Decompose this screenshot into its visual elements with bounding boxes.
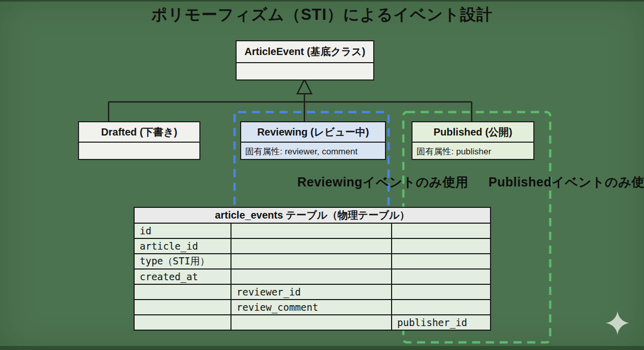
- class-attributes-drafted: [79, 143, 199, 146]
- slide-background: ポリモーフィズム（STI）によるイベント設計 ArticleEvent (基底ク…: [0, 0, 644, 350]
- top-edge-shade: [0, 0, 644, 2]
- class-title-drafted: Drafted (下書き): [79, 122, 199, 143]
- table-cell-reviewing: reviewer_id: [231, 284, 392, 300]
- reviewing-usage-label: Reviewingイベントのみ使用: [297, 174, 469, 191]
- class-box-drafted: Drafted (下書き): [78, 121, 200, 160]
- class-box-articleevent: ArticleEvent (基底クラス): [236, 40, 374, 80]
- class-title-reviewing: Reviewing (レビュー中): [241, 122, 385, 143]
- table-cell-published: [392, 254, 491, 269]
- table-cell-common: created_at: [134, 269, 231, 284]
- table-cell-published: publisher_id: [392, 315, 491, 330]
- published-usage-label: Publishedイベントのみ使用: [488, 174, 644, 191]
- table-row: id: [134, 223, 491, 238]
- class-box-published: Published (公開) 固有属性: publisher: [411, 121, 534, 160]
- class-attributes-published: 固有属性: publisher: [413, 143, 533, 157]
- table-cell-reviewing: [231, 269, 392, 284]
- table-cell-reviewing: [231, 223, 392, 238]
- table-cell-published: [392, 223, 491, 238]
- inheritance-triangle-icon: [297, 79, 312, 94]
- table-cell-common: [134, 284, 231, 300]
- table-row: article_id: [134, 238, 491, 254]
- table-cell-common: [134, 300, 231, 315]
- table-row: created_at: [134, 269, 491, 284]
- table-cell-published: [392, 269, 491, 284]
- table-row: type（STI用）: [134, 254, 491, 269]
- table-cell-reviewing: [231, 315, 392, 330]
- table-cell-reviewing: review_comment: [231, 300, 392, 315]
- table-row: review_comment: [134, 300, 491, 315]
- article-events-table: article_events テーブル（物理テーブル） id article_i…: [134, 207, 491, 331]
- bottom-edge-shade: [0, 346, 644, 350]
- table-cell-reviewing: [231, 254, 392, 269]
- table-cell-common: type（STI用）: [134, 254, 231, 269]
- table-cell-published: [392, 238, 491, 254]
- table-cell-common: id: [134, 223, 231, 238]
- table-cell-reviewing: [231, 238, 392, 254]
- sparkle-icon: [606, 311, 629, 335]
- class-box-reviewing: Reviewing (レビュー中) 固有属性: reviewer, commen…: [240, 121, 386, 160]
- table-cell-published: [392, 300, 491, 315]
- table-cell-common: [134, 315, 231, 330]
- class-attributes-reviewing: 固有属性: reviewer, comment: [241, 143, 385, 157]
- table-title: article_events テーブル（物理テーブル）: [134, 207, 491, 223]
- table-header-row: article_events テーブル（物理テーブル）: [134, 207, 491, 223]
- class-title-articleevent: ArticleEvent (基底クラス): [237, 41, 373, 63]
- table-cell-common: article_id: [134, 238, 231, 254]
- table-row: reviewer_id: [134, 284, 491, 300]
- slide-title: ポリモーフィズム（STI）によるイベント設計: [0, 4, 644, 25]
- inheritance-connector-lines: [109, 94, 472, 121]
- table-cell-published: [392, 284, 491, 300]
- class-attributes-articleevent: [237, 63, 373, 66]
- class-title-published: Published (公開): [413, 122, 533, 143]
- table-row: publisher_id: [134, 315, 491, 330]
